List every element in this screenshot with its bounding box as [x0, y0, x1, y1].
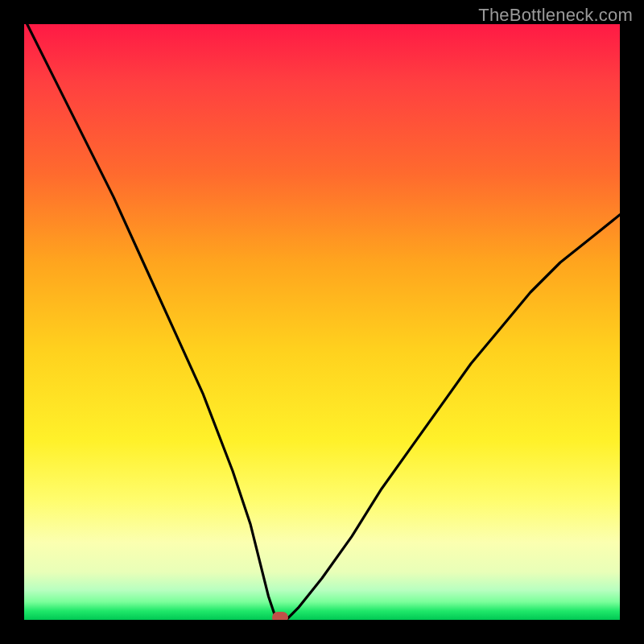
bottleneck-curve: [24, 24, 620, 620]
curve-path: [24, 24, 620, 620]
chart-frame: TheBottleneck.com: [0, 0, 644, 644]
watermark-text: TheBottleneck.com: [478, 5, 633, 26]
optimum-marker: [272, 612, 288, 620]
plot-area: [24, 24, 620, 620]
